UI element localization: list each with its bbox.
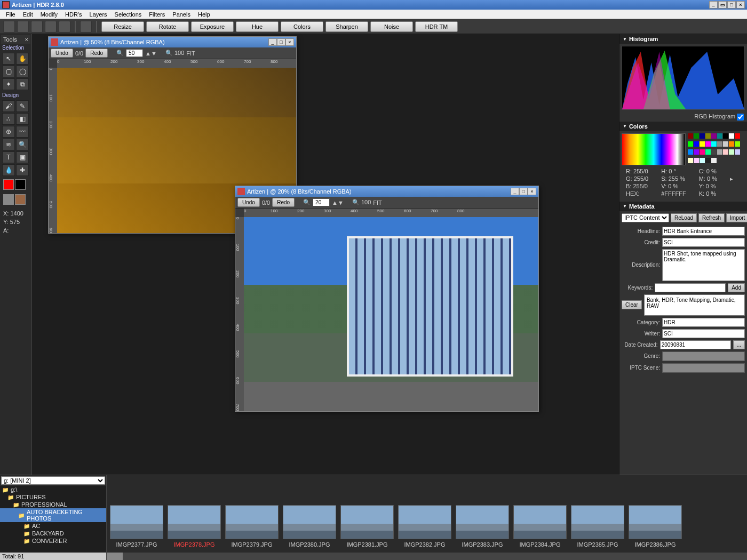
histogram-checkbox[interactable] [737,114,744,121]
undo-button[interactable]: Undo [51,49,73,58]
save-icon[interactable] [31,21,43,33]
menu-layers[interactable]: Layers [86,11,111,18]
window-close-button[interactable]: × [285,38,294,46]
toolbar-exposure-button[interactable]: Exposure [191,21,234,32]
wand-tool[interactable]: ✦ [2,78,15,90]
zoom-stepper[interactable]: ▲▼ [332,199,344,206]
zoom-stepper[interactable]: ▲▼ [145,50,157,57]
thumbnail[interactable]: IMGP2380.JPG [283,478,336,557]
description-field[interactable]: HDR Shot, tone mapped using Dramatic. [662,249,745,281]
window-close-button[interactable]: × [528,188,536,195]
menu-hdr's[interactable]: HDR's [61,11,85,18]
palette-color[interactable] [694,158,699,163]
palette-color[interactable] [735,149,740,155]
palette-color[interactable] [688,158,693,163]
zoom100-button[interactable]: 🔍 100 [352,199,371,206]
palette-color[interactable] [717,133,722,139]
histogram-header[interactable]: Histogram [619,34,747,44]
crop-tool[interactable]: ⧉ [16,78,29,90]
thumbnail[interactable]: IMGP2377.JPG [110,478,163,557]
eyedrop-tool[interactable]: 💧 [2,164,15,176]
menu-help[interactable]: Help [194,11,214,18]
spray-tool[interactable]: ∴ [2,113,15,125]
palette-color[interactable] [694,133,699,139]
menu-filters[interactable]: Filters [145,11,169,18]
palette-color[interactable] [729,133,734,139]
background-swatch[interactable] [15,179,26,190]
swatch-gray[interactable] [3,194,14,205]
marquee-tool[interactable]: ▢ [2,66,15,77]
thumbnail[interactable]: IMGP2378.JPG [168,478,221,557]
thumbnail[interactable]: IMGP2386.JPG [629,478,682,557]
color-gradient[interactable] [622,133,686,165]
keywords-clear-button[interactable]: Clear [622,300,642,309]
text-tool[interactable]: T [2,151,15,163]
brush-tool[interactable]: 🖌 [2,100,15,112]
menu-file[interactable]: File [2,11,19,18]
palette-color[interactable] [700,141,705,147]
palette-color[interactable] [688,149,693,155]
keywords-field[interactable] [655,283,726,292]
writer-field[interactable] [662,329,745,338]
colors-header[interactable]: Colors [619,122,747,131]
window-titlebar[interactable]: Artizen | @ 50% (8 Bits/Channel RGBA) _ … [49,37,296,47]
tree-item[interactable]: PROFESSIONAL [0,501,106,508]
credit-field[interactable] [662,238,745,247]
thumbnail[interactable]: IMGP2383.JPG [456,478,509,557]
palette-color[interactable] [729,149,734,155]
zoom-field[interactable] [126,49,143,57]
thumbnail[interactable]: IMGP2384.JPG [513,478,567,557]
tree-item[interactable]: g:\ [0,486,106,493]
headline-field[interactable] [662,227,745,236]
menu-panels[interactable]: Panels [169,11,194,18]
thumbnail[interactable]: IMGP2379.JPG [225,478,279,557]
palette-color[interactable] [723,133,728,139]
toolbar-noise-button[interactable]: Noise [370,21,413,32]
tree-item[interactable]: BACKYARD [0,530,106,537]
palette-color[interactable] [700,133,705,139]
datecreated-field[interactable] [660,340,731,349]
tree-item[interactable]: AUTO BRACKETING PHOTOS [0,508,106,522]
filmstrip-scrollbar[interactable] [107,553,747,560]
toolbar-colors-button[interactable]: Colors [281,21,323,32]
drive-select[interactable]: g: [MINI 2] [1,476,105,485]
palette-color[interactable] [729,141,734,147]
palette-color[interactable] [694,141,699,147]
metadata-type-select[interactable]: IPTC Content [622,213,669,222]
refresh-button[interactable]: Refresh [698,213,725,222]
metadata-header[interactable]: Metadata [619,202,747,211]
blur-tool[interactable]: ≋ [2,139,15,150]
zoom100-button[interactable]: 🔍 100 [165,50,184,57]
close-button[interactable]: × [736,1,745,9]
window-titlebar[interactable]: Artizen | @ 20% (8 Bits/Channel RGBA) _ … [235,186,538,197]
palette-color[interactable] [705,149,711,155]
toolbar-hdr-tm-button[interactable]: HDR TM [415,21,458,32]
cursor-icon[interactable] [80,21,92,33]
zoom-icon[interactable]: 🔍 [303,199,311,206]
smudge-tool[interactable]: 〰 [16,126,29,138]
zoom-tool[interactable]: 🔍 [16,139,29,150]
lasso-tool[interactable]: ◯ [16,66,29,77]
palette-color[interactable] [711,141,717,147]
undo-button[interactable]: Undo [237,198,260,207]
toolbar-hue-button[interactable]: Hue [236,21,279,32]
swatch-texture[interactable] [15,194,26,205]
minimize-button[interactable]: _ [709,1,718,9]
palette-color[interactable] [705,158,711,163]
palette-color[interactable] [723,149,728,155]
palette-color[interactable] [711,133,717,139]
image-canvas[interactable] [244,217,538,411]
import-button[interactable]: Import [726,213,747,222]
palette-color[interactable] [705,141,711,147]
zoom-icon[interactable]: 🔍 [116,50,124,57]
menu-modify[interactable]: Modify [37,11,61,18]
palette-color[interactable] [735,133,740,139]
palette-color[interactable] [711,149,717,155]
toolbar-sharpen-button[interactable]: Sharpen [325,21,368,32]
foreground-swatch[interactable] [3,179,14,190]
window-maximize-button[interactable]: □ [519,188,528,195]
tree-item[interactable]: PICTURES [0,493,106,501]
palette-color[interactable] [723,141,728,147]
palette-color[interactable] [700,158,705,163]
close-icon[interactable]: × [25,36,28,43]
